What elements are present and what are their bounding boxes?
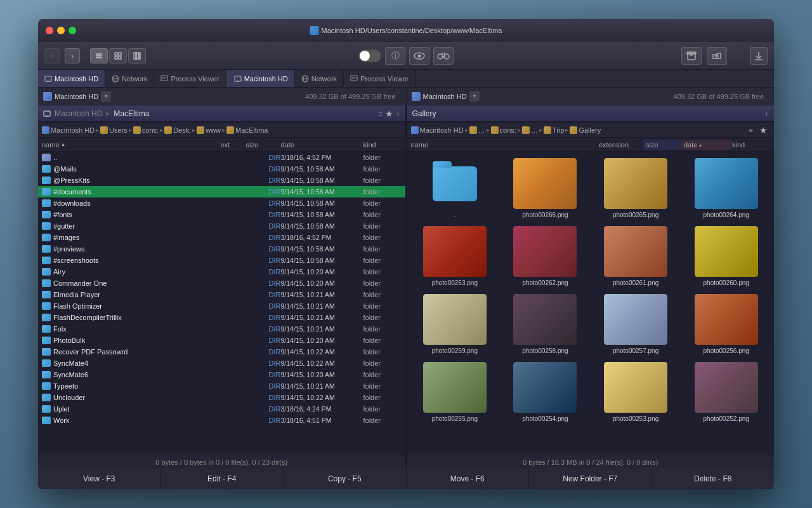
file-row[interactable]: TypeetoDIR9/14/15, 10:21 AMfolder [38,380,405,392]
file-row[interactable]: UpletDIR3/18/16, 4:24 PMfolder [38,403,405,415]
download-button[interactable] [750,47,768,65]
file-row[interactable]: UnclouderDIR9/14/15, 10:22 AMfolder [38,392,405,403]
file-row[interactable]: ..DIR3/18/16, 4:52 PMfolder [38,152,405,163]
file-row[interactable]: #fontsDIR9/14/15, 10:58 AMfolder [38,209,405,220]
back-button[interactable]: ‹ [44,48,60,64]
tab-right-process-viewer[interactable]: Process Viewer [344,70,416,87]
view-grid-button[interactable] [109,48,127,64]
bc-right-dots[interactable]: … [469,126,485,134]
col-date-header[interactable]: date [281,141,363,149]
view-f3-button[interactable]: View - F3 [38,469,161,489]
left-panel-view-icon[interactable]: ≡ [379,110,383,117]
folder-up-button[interactable] [707,47,727,65]
gallery-item[interactable]: photo00262.png [500,222,591,290]
tab-right-macintosh-hd[interactable]: Macintosh HD [228,70,295,87]
new-folder-f7-button[interactable]: New Folder - F7 [529,469,652,489]
gallery-item[interactable]: photo00258.png [500,290,591,358]
right-col-size[interactable]: size [643,140,681,150]
gallery-item[interactable]: photo00257.png [591,290,681,358]
bc-desk-icon [164,126,172,134]
bc-const[interactable]: cons: [133,126,159,134]
gallery-item[interactable]: photo00253.png [591,358,681,426]
bc-desk[interactable]: Desk: [164,126,191,134]
file-row[interactable]: Recover PDF PassowrdDIR9/14/15, 10:22 AM… [38,346,405,358]
gallery-item[interactable]: photo00259.png [410,290,501,358]
tab-right-network[interactable]: Network [295,70,344,87]
file-row[interactable]: Commander OneDIR9/14/15, 10:20 AMfolder [38,277,405,289]
gallery-item[interactable]: photo00254.png [500,358,591,426]
col-size-header[interactable]: size [246,141,281,149]
right-panel-add-tab[interactable]: + [765,110,769,117]
toggle-switch[interactable] [358,50,381,62]
right-breadcrumb-view-icon[interactable]: ≡ [747,126,756,134]
bc-maceltima[interactable]: MacEltima [226,126,268,134]
right-path-dropdown[interactable]: ▾ [469,91,480,102]
right-col-kind[interactable]: kind [732,141,770,149]
tab-left-process-viewer[interactable]: Process Viewer [154,70,226,87]
file-row[interactable]: FlashDecompilerTrillixDIR9/14/15, 10:21 … [38,312,405,323]
right-breadcrumb-fav-icon[interactable]: ★ [757,125,770,135]
gallery-item[interactable]: photo00266.png [500,154,591,222]
gallery-item[interactable]: photo00260.png [681,222,771,290]
bc-right-trip[interactable]: Trip [544,126,565,134]
edit-f4-button[interactable]: Edit - F4 [161,469,284,489]
file-row[interactable]: FolxDIR9/14/15, 10:21 AMfolder [38,323,405,335]
file-row[interactable]: Elmedia PlayerDIR9/14/15, 10:21 AMfolder [38,289,405,300]
file-row[interactable]: PhotoBulkDIR9/14/15, 10:20 AMfolder [38,335,405,346]
gallery-item[interactable]: photo00255.png [410,358,501,426]
bc-right-macintosh-hd[interactable]: Macintosh HD [411,126,464,134]
copy-f5-button[interactable]: Copy - F5 [284,469,407,489]
file-row[interactable]: #gutterDIR9/14/15, 10:58 AMfolder [38,220,405,232]
right-col-ext[interactable]: extension [599,141,643,149]
gallery-item[interactable]: photo00264.png [681,154,771,222]
gallery-thumb [695,226,758,277]
left-panel-favorite-icon[interactable]: ★ [385,109,393,119]
tab-left-macintosh-hd[interactable]: Macintosh HD [38,70,105,87]
maximize-button[interactable] [69,27,76,34]
delete-f8-button[interactable]: Delete - F8 [652,469,775,489]
col-name-header[interactable]: name ▲ [42,141,221,149]
file-row[interactable]: WorkDIR3/18/16, 4:51 PMfolder [38,415,405,426]
file-row[interactable]: #imagesDIR3/18/16, 4:52 PMfolder [38,232,405,243]
file-row[interactable]: SyncMate6DIR9/14/15, 10:20 AMfolder [38,369,405,380]
gallery-item[interactable]: photo00256.png [681,290,771,358]
forward-button[interactable]: › [65,48,80,64]
gallery-item[interactable]: .. [410,154,501,222]
info-button[interactable]: ⓘ [385,47,405,65]
minimize-button[interactable] [57,27,65,34]
view-list-button[interactable] [90,48,108,64]
close-button[interactable] [46,27,53,34]
file-row[interactable]: AiryDIR9/14/15, 10:20 AMfolder [38,266,405,277]
file-row[interactable]: #screenshootsDIR9/14/15, 10:58 AMfolder [38,255,405,266]
gallery-item[interactable]: photo00263.png [410,222,501,290]
gallery-label: photo00258.png [522,347,568,354]
move-f6-button[interactable]: Move - F6 [407,469,530,489]
bc-www[interactable]: www [197,126,221,134]
gallery-item[interactable]: photo00261.png [591,222,681,290]
bc-right-dots2[interactable]: … [522,126,538,134]
left-path-dropdown[interactable]: ▾ [101,91,111,102]
file-row[interactable]: #downloadsDIR9/14/15, 10:58 AMfolder [38,197,405,209]
right-col-date[interactable]: date ▾ [681,140,732,150]
view-columns-button[interactable] [128,48,146,64]
file-row[interactable]: @MailsDIR9/14/15, 10:58 AMfolder [38,163,405,175]
gallery-item[interactable]: photo00265.png [591,154,681,222]
bc-users[interactable]: Users [100,126,128,134]
eye-button[interactable] [409,47,429,65]
file-row[interactable]: @PressKitsDIR9/14/15, 10:58 AMfolder [38,175,405,186]
left-panel-add-tab[interactable]: + [396,110,400,117]
file-row[interactable]: SyncMate4DIR9/14/15, 10:22 AMfolder [38,358,405,369]
right-col-name[interactable]: name [411,141,599,149]
file-row[interactable]: #documentsDIR9/14/15, 10:58 AMfolder [38,186,405,197]
col-kind-header[interactable]: kind [363,141,402,149]
archive-button[interactable] [681,47,702,65]
gallery-item[interactable]: photo00252.png [681,358,771,426]
tab-left-network[interactable]: Network [105,70,154,87]
bc-right-gallery[interactable]: Gallery [570,126,601,134]
bc-right-cons[interactable]: cons: [491,126,516,134]
binoculars-button[interactable] [433,47,454,65]
col-ext-header[interactable]: ext [221,141,246,149]
file-row[interactable]: #previewsDIR9/14/15, 10:58 AMfolder [38,243,405,255]
bc-macintosh-hd[interactable]: Macintosh HD [42,126,95,134]
file-row[interactable]: Flash OptimizerDIR9/14/15, 10:21 AMfolde… [38,300,405,312]
